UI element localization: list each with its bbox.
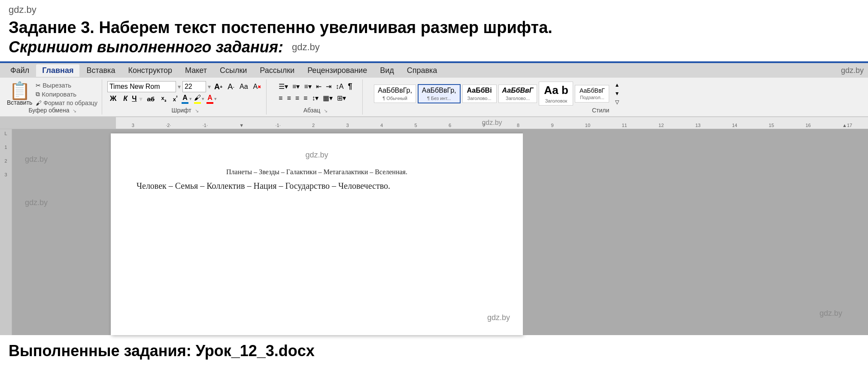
style-heading-large[interactable]: Аа b Заголовок (539, 82, 573, 106)
tab-constructor[interactable]: Конструктор (122, 64, 178, 77)
font-size-dropdown-icon[interactable]: ▾ (208, 83, 211, 90)
font-name-dropdown-icon[interactable]: ▾ (178, 83, 181, 90)
font-group-label: Шрифт ↘ (104, 107, 266, 114)
superscript-button[interactable]: х² (170, 94, 180, 103)
clipboard-small-buttons: ✂ Вырезать ⧉ Копировать 🖌 Формат по обра… (35, 81, 98, 107)
cut-label: Вырезать (42, 82, 71, 89)
strikethrough-button[interactable]: аб (145, 94, 158, 103)
shading-button[interactable]: ▦▾ (321, 93, 334, 103)
styles-scroll-up[interactable]: ▲ (613, 81, 621, 89)
format-painter-button[interactable]: 🖌 Формат по образцу (35, 99, 98, 107)
bold-button[interactable]: Ж (107, 94, 119, 104)
borders-button[interactable]: ⊞▾ (335, 93, 348, 103)
tab-file[interactable]: Файл (4, 64, 35, 77)
align-left-button[interactable]: ≡ (277, 94, 284, 103)
increase-indent-button[interactable]: ⇥ (324, 82, 333, 91)
tick-17: ▲17 (842, 123, 852, 128)
style-subtitle[interactable]: АаБбВвГ Подзагол... (575, 85, 609, 102)
align-center-button[interactable]: ≡ (285, 94, 292, 103)
list-bullet-button[interactable]: ☰▾ (277, 82, 290, 91)
align-right-button[interactable]: ≡ (294, 94, 301, 103)
show-hide-button[interactable]: ¶ (346, 81, 354, 92)
style-heading1[interactable]: АаБбВі Заголово... (462, 85, 497, 103)
tick: 12 (659, 123, 664, 128)
tick: 9 (551, 123, 553, 128)
align-justify-button[interactable]: ≡ (302, 94, 309, 103)
left-watermark-1: gdz.by (25, 155, 48, 164)
copy-icon: ⧉ (36, 91, 40, 98)
tick: ·1· (203, 123, 208, 128)
sort-button[interactable]: ↕A (334, 82, 346, 91)
tick: ·1· (276, 123, 281, 128)
vertical-ruler: L 1 2 3 (0, 129, 12, 335)
clear-format-button[interactable]: A✖ (252, 82, 263, 91)
tab-bar: Файл Главная Вставка Конструктор Макет С… (0, 63, 868, 78)
style-no-spacing-preview: АаБбВвГр, (422, 86, 456, 95)
tab-watermark: gdz.by (841, 66, 864, 75)
doc-right-background: gdz.by (523, 129, 868, 335)
doc-left-watermarks: gdz.by gdz.by (25, 155, 48, 207)
copy-button[interactable]: ⧉ Копировать (35, 90, 98, 98)
styles-scroll-down[interactable]: ▼ (613, 90, 621, 97)
tab-insert[interactable]: Вставка (80, 64, 121, 77)
tab-layout[interactable]: Макет (179, 64, 213, 77)
tick: 4 (380, 123, 383, 128)
list-number-button[interactable]: ≡▾ (291, 82, 301, 91)
cut-button[interactable]: ✂ Вырезать (35, 81, 98, 89)
style-heading-large-label: Заголовок (543, 98, 569, 104)
document-page[interactable]: gdz.by Планеты – Звезды – Галактики – Ме… (111, 133, 523, 335)
decrease-font-button[interactable]: A- (226, 82, 236, 92)
tick: 6 (449, 123, 451, 128)
doc-line-small: Планеты – Звезды – Галактики – Метагалак… (137, 168, 497, 176)
tick: 16 (805, 123, 810, 128)
task-title: Задание 3. Наберем текст постепенно увел… (9, 17, 859, 38)
style-no-spacing[interactable]: АаБбВвГр, ¶ Без инт... (418, 84, 461, 103)
ribbon-toolbar: 📋 Вставить ✂ Вырезать ⧉ Копировать 🖌 (0, 78, 868, 117)
increase-font-button[interactable]: A+ (212, 82, 224, 92)
tick: 8 (517, 123, 519, 128)
tab-help[interactable]: Справка (401, 64, 443, 77)
text-highlight-button[interactable]: 🖌 (194, 94, 201, 104)
line-spacing-button[interactable]: ↕▾ (310, 93, 320, 103)
paste-button[interactable]: 📋 Вставить (7, 82, 32, 106)
style-normal[interactable]: АаБбВвГр, ¶ Обычный (374, 85, 416, 103)
font-row2: Ж К Ч ▾ аб х₂ х² A ▾ (107, 94, 263, 104)
doc-left-background: gdz.by gdz.by (12, 129, 111, 335)
style-normal-preview: АаБбВвГр, (378, 86, 412, 95)
list-multilevel-button[interactable]: ≡▾ (302, 82, 313, 91)
font-highlight-button[interactable]: A (182, 94, 188, 104)
paragraph-group-label: Абзац ↘ (268, 107, 362, 114)
scissors-icon: ✂ (36, 82, 41, 89)
style-heading-large-preview: Аа b (543, 83, 569, 98)
ruler: gdz.by 3 ·2· ·1· ▼ ·1· 2 3 4 5 6 7 8 9 1… (0, 117, 868, 129)
tick: 13 (695, 123, 701, 128)
tab-home[interactable]: Главная (36, 64, 79, 77)
tick: 10 (585, 123, 590, 128)
left-watermark-2: gdz.by (25, 198, 48, 207)
tab-review[interactable]: Рецензирование (301, 64, 373, 77)
tick: 14 (732, 123, 737, 128)
page-watermark-bottom: gdz.by (487, 313, 510, 322)
font-color-button[interactable]: A (206, 94, 213, 104)
underline-button[interactable]: Ч (132, 95, 137, 103)
italic-button[interactable]: К (120, 94, 131, 103)
tab-view[interactable]: Вид (374, 64, 400, 77)
tab-links[interactable]: Ссылки (214, 64, 253, 77)
styles-more[interactable]: ▽ (613, 98, 621, 106)
ruler-watermark: gdz.by (482, 119, 502, 127)
style-heading2[interactable]: АаБбВвГ Заголово... (498, 85, 537, 103)
font-color-dropdown[interactable]: ▾ (214, 96, 217, 102)
decrease-indent-button[interactable]: ⇤ (314, 82, 323, 91)
font-row1: ▾ ▾ A+ A- Aa A✖ (107, 81, 263, 92)
right-watermark: gdz.by (819, 309, 842, 318)
style-subtitle-label: Подзагол... (579, 94, 605, 100)
change-case-button[interactable]: Aa (238, 82, 250, 91)
text-highlight-dropdown[interactable]: ▾ (202, 96, 204, 102)
tab-mailings[interactable]: Рассылки (254, 64, 300, 77)
style-heading1-label: Заголово... (466, 95, 493, 101)
subscript-button[interactable]: х₂ (158, 94, 169, 104)
font-name-input[interactable] (107, 81, 176, 92)
page-watermark-top: gdz.by (137, 151, 497, 160)
font-highlight-dropdown[interactable]: ▾ (189, 96, 192, 102)
font-size-input[interactable] (182, 81, 206, 92)
